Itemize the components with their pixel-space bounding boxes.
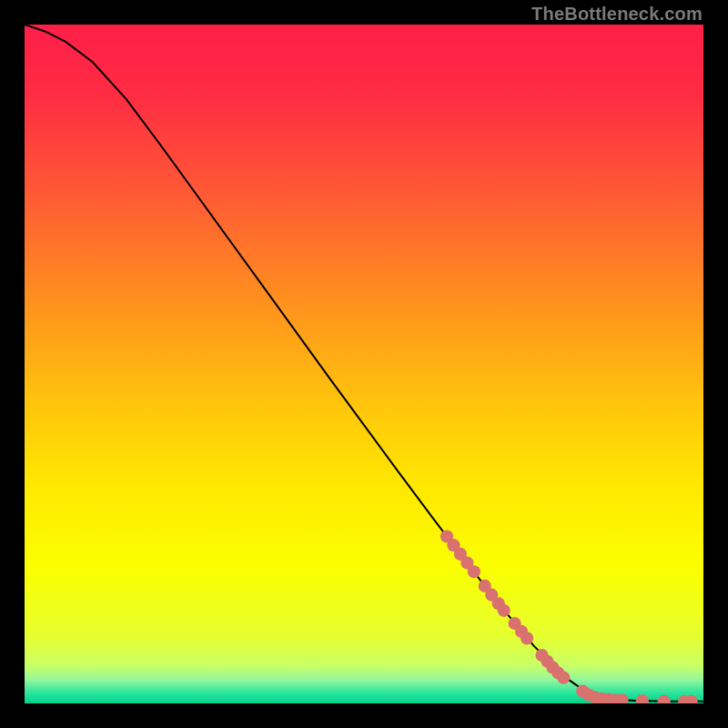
- chart-svg: [25, 25, 703, 703]
- attribution-text: TheBottleneck.com: [531, 4, 703, 25]
- plot-area: [25, 25, 703, 703]
- marker-dot: [557, 672, 570, 684]
- marker-dot: [521, 632, 533, 644]
- chart-frame: TheBottleneck.com: [0, 0, 728, 728]
- marker-dot: [498, 604, 511, 617]
- gradient-background: [25, 25, 703, 703]
- marker-dot: [468, 565, 480, 578]
